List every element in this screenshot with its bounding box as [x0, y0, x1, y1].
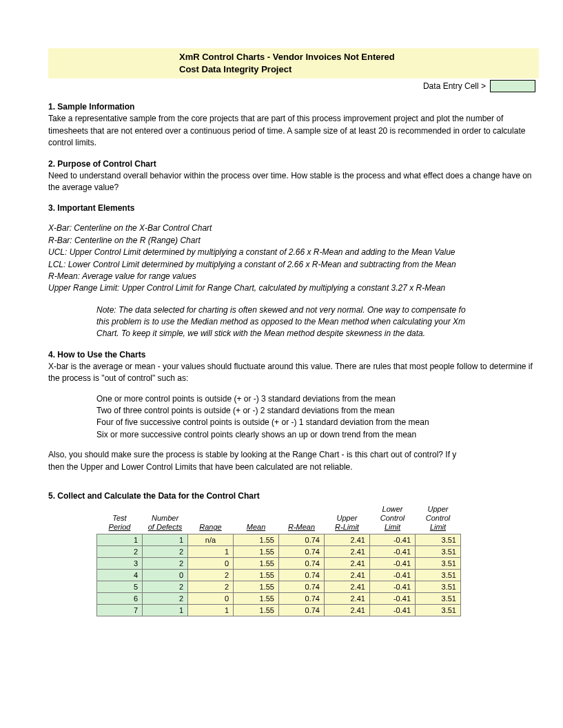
table-cell: 3.51: [416, 604, 461, 616]
table-cell: 2.41: [325, 557, 370, 569]
section-1-head: 1. Sample Information: [48, 102, 539, 112]
note-line-1: Note: The data selected for charting is …: [96, 304, 539, 316]
table-cell: 0.74: [279, 534, 325, 545]
table-cell: 0.74: [279, 569, 325, 581]
table-cell[interactable]: 5: [97, 581, 143, 592]
def-ucl: UCL: Upper Control Limit determined by m…: [48, 247, 539, 258]
rule-2: Two of three control points is outside (…: [96, 405, 539, 417]
table-cell: 1.55: [234, 569, 279, 581]
column-header: LowerControlLimit: [370, 505, 416, 534]
table-cell: 0.74: [279, 581, 325, 592]
table-cell[interactable]: 2: [143, 545, 188, 557]
table-cell: 3.51: [416, 534, 461, 545]
table-cell[interactable]: 1: [143, 534, 188, 545]
section-4-intro: X-bar is the average or mean - your valu…: [48, 361, 539, 385]
table-cell: 3.51: [416, 557, 461, 569]
table-row: 4021.550.742.41-0.413.51: [97, 569, 461, 581]
data-entry-label: Data Entry Cell >: [423, 81, 486, 91]
table-cell: -0.41: [370, 545, 416, 557]
section-2-head: 2. Purpose of Control Chart: [48, 159, 539, 169]
table-cell[interactable]: 2: [97, 545, 143, 557]
title-block: XmR Control Charts - Vendor Invoices Not…: [48, 48, 539, 79]
data-entry-cell-sample[interactable]: [490, 80, 535, 92]
table-row: 2211.550.742.41-0.413.51: [97, 545, 461, 557]
column-header: Range: [188, 505, 234, 534]
table-cell[interactable]: 7: [97, 604, 143, 616]
def-xbar: X-Bar: Centerline on the X-Bar Control C…: [48, 222, 539, 234]
section-1-body: Take a representative sample from the co…: [48, 113, 539, 149]
column-header: Numberof Defects: [143, 505, 188, 534]
legend-row: Data Entry Cell >: [48, 80, 539, 92]
table-row: 6201.550.742.41-0.413.51: [97, 592, 461, 604]
table-cell: 0.74: [279, 604, 325, 616]
rules-block: One or more control points is outside (+…: [48, 393, 539, 441]
table-cell[interactable]: 2: [143, 581, 188, 592]
def-rbar: R-Bar: Centerline on the R (Range) Chart: [48, 235, 539, 247]
table-row: 3201.550.742.41-0.413.51: [97, 557, 461, 569]
title-line-1: XmR Control Charts - Vendor Invoices Not…: [179, 51, 539, 63]
column-header: R-Mean: [279, 505, 325, 534]
table-cell: 2.41: [325, 545, 370, 557]
rule-4: Six or more successive control points cl…: [96, 429, 539, 441]
section-4-outro-1: Also, you should make sure the process i…: [48, 449, 539, 461]
section-3-head: 3. Important Elements: [48, 203, 539, 213]
table-cell: 0.74: [279, 557, 325, 569]
table-cell: n/a: [188, 534, 234, 545]
table-cell: -0.41: [370, 604, 416, 616]
rule-1: One or more control points is outside (+…: [96, 393, 539, 405]
note-block: Note: The data selected for charting is …: [48, 304, 539, 340]
table-cell[interactable]: 6: [97, 592, 143, 604]
column-header: TestPeriod: [97, 505, 143, 534]
table-cell: 1.55: [234, 581, 279, 592]
title-line-2: Cost Data Integrity Project: [179, 63, 539, 76]
note-line-2: this problem is to use the Median method…: [96, 316, 539, 328]
table-cell[interactable]: 3: [97, 557, 143, 569]
table-cell: -0.41: [370, 569, 416, 581]
note-line-3: Chart. To keep it simple, we will stick …: [96, 328, 539, 340]
def-upper-range: Upper Range Limit: Upper Control Limit f…: [48, 282, 539, 294]
table-cell: 1.55: [234, 545, 279, 557]
table-cell: -0.41: [370, 557, 416, 569]
table-cell: 1.55: [234, 534, 279, 545]
table-cell: 0: [188, 557, 234, 569]
table-cell[interactable]: 2: [143, 592, 188, 604]
table-cell: 3.51: [416, 545, 461, 557]
table-row: 5221.550.742.41-0.413.51: [97, 581, 461, 592]
table-cell: 3.51: [416, 592, 461, 604]
table-row: 11n/a1.550.742.41-0.413.51: [97, 534, 461, 545]
table-row: 7111.550.742.41-0.413.51: [97, 604, 461, 616]
table-cell: 2: [188, 569, 234, 581]
table-cell: 2.41: [325, 592, 370, 604]
table-cell: 2.41: [325, 569, 370, 581]
table-cell: 3.51: [416, 581, 461, 592]
table-cell: 3.51: [416, 569, 461, 581]
table-cell: 1: [188, 545, 234, 557]
table-cell: 2: [188, 581, 234, 592]
table-cell[interactable]: 2: [143, 557, 188, 569]
section-5-head: 5. Collect and Calculate the Data for th…: [48, 491, 539, 501]
table-cell: 1.55: [234, 604, 279, 616]
column-header: Mean: [234, 505, 279, 534]
table-cell: 2.41: [325, 581, 370, 592]
table-cell: -0.41: [370, 581, 416, 592]
section-4-head: 4. How to Use the Charts: [48, 350, 539, 360]
table-cell[interactable]: 1: [143, 604, 188, 616]
definitions-block: X-Bar: Centerline on the X-Bar Control C…: [48, 222, 539, 340]
column-header: UpperR-Limit: [325, 505, 370, 534]
table-cell: 0: [188, 592, 234, 604]
table-cell[interactable]: 4: [97, 569, 143, 581]
control-chart-table: TestPeriodNumberof Defects Range Mean R-…: [96, 505, 461, 616]
def-rmean: R-Mean: Average value for range values: [48, 271, 539, 282]
table-cell: 2.41: [325, 534, 370, 545]
table-cell: 1.55: [234, 592, 279, 604]
table-cell[interactable]: 0: [143, 569, 188, 581]
section-4-outro-2: then the Upper and Lower Control Limits …: [48, 461, 539, 473]
table-cell: 1.55: [234, 557, 279, 569]
table-cell: 2.41: [325, 604, 370, 616]
table-cell: -0.41: [370, 592, 416, 604]
table-cell[interactable]: 1: [97, 534, 143, 545]
table-cell: 0.74: [279, 545, 325, 557]
table-cell: 0.74: [279, 592, 325, 604]
column-header: UpperControlLimit: [416, 505, 461, 534]
table-cell: 1: [188, 604, 234, 616]
